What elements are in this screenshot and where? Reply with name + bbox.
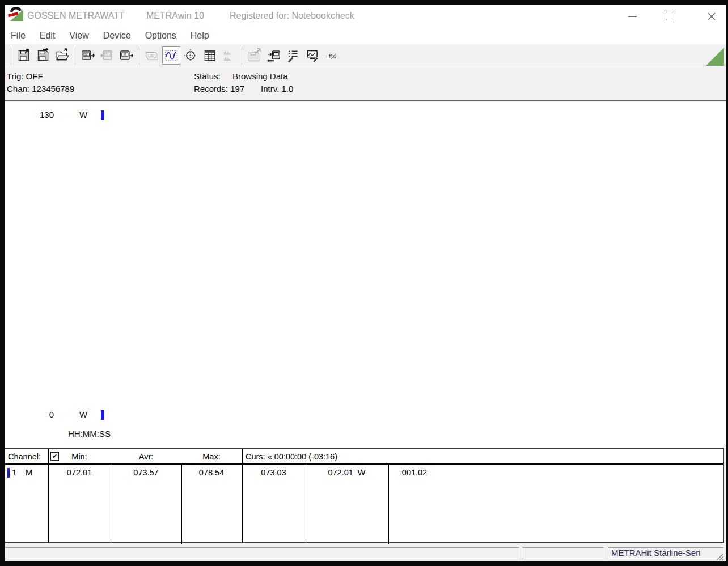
toolbar-yt-chart-button[interactable] [162,46,180,65]
col-header-min: Min: [48,452,111,461]
interval-text: Intrv. 1.0 [261,84,293,93]
col-header-max: Max: [181,452,242,461]
toolbar-device-read-button[interactable]: 321 [79,46,97,65]
measurement-table: Channel: ✔ Min: Avr: Max: Curs: « 00:00:… [5,448,724,543]
col-header-avr: Avr: [111,452,181,461]
table-divider [48,449,49,542]
maximize-icon [666,12,674,20]
toolbar-formula-button[interactable]: =f(x) [323,46,341,65]
menu-view[interactable]: View [67,29,90,42]
toolbar-separator [11,47,11,64]
toolbar-device-send-button[interactable] [265,46,283,65]
svg-text:M: M [124,52,126,56]
export-icon [247,48,262,63]
statusbar-message-panel [6,547,519,559]
trigger-status-text: Trig: OFF [7,71,43,81]
status-bar: METRAHit Starline-Seri [5,545,726,561]
toolbar: 321321M1257=f(x) [5,44,726,67]
statistics-icon [222,48,236,63]
display-config-icon [305,48,320,63]
max-value: 078.54 [181,468,242,477]
title-bar: GOSSEN METRAWATT METRAwin 10 Registered … [5,5,726,27]
toolbar-memory-read-button[interactable]: M [117,46,136,65]
minimize-button[interactable] [628,12,637,20]
registered-for-text: Registered for: Notebookcheck [230,5,354,27]
brand-name: GOSSEN METRAWATT [27,5,125,27]
toolbar-data-table-button[interactable] [201,46,219,65]
menu-edit[interactable]: Edit [38,29,57,42]
col-header-cursor: Curs: « 00:00:00 (-03:16) [246,452,337,461]
cursor-a-value: 073.03 [242,468,306,477]
toolbar-separator [75,47,75,64]
menu-help[interactable]: Help [189,29,211,42]
status-value: Browsing Data [232,71,288,81]
toolbar-display-config-button[interactable] [303,46,321,65]
statusbar-device-panel: METRAHit Starline-Seri [608,547,724,559]
cursor-delta-value: -001.02 [399,468,427,477]
menu-options[interactable]: Options [143,29,178,42]
toolbar-statistics-button[interactable] [220,46,238,65]
toolbar-open-button[interactable] [53,46,71,65]
svg-text:1257: 1257 [148,54,155,57]
application-window: GOSSEN METRAWATT METRAwin 10 Registered … [0,0,728,566]
xy-chart-icon [183,48,198,63]
table-divider [388,463,389,544]
channel-number: 1 [12,468,16,477]
svg-text:321: 321 [105,53,110,56]
close-button[interactable] [707,12,717,20]
status-label: Status: [194,71,221,81]
channel-list-text: Chan: 123456789 [7,84,74,93]
toolbar-channel-config-button[interactable] [284,46,302,65]
device-send-icon [266,48,281,63]
channel-mode: M [26,468,32,477]
device-write-icon: 321 [100,48,115,63]
resize-grip[interactable] [714,551,725,561]
table-divider [242,449,243,542]
close-icon [707,12,716,21]
menu-device[interactable]: Device [101,29,133,42]
save-as-icon [36,48,50,63]
toolbar-xy-chart-button[interactable] [181,46,200,65]
formula-icon: =f(x) [324,48,339,63]
statusbar-aux-panel [523,547,604,559]
cursor-b-value: 072.01 W [306,468,388,477]
maximize-button[interactable] [666,12,675,20]
status-strip: Trig: OFF Chan: 123456789 Status: Browsi… [5,68,726,101]
device-read-icon: 321 [81,48,95,63]
connected-device-text: METRAHit Starline-Seri [608,548,723,558]
app-client-area: GOSSEN METRAWATT METRAwin 10 Registered … [5,5,726,561]
open-icon [55,48,70,63]
table-header-rule [5,463,723,465]
gossen-metrawatt-logo-icon [8,6,24,22]
toolbar-numeric-display-button[interactable]: 1257 [143,46,161,65]
menu-bar: File Edit View Device Options Help [5,27,726,44]
channel-config-icon [286,48,300,63]
col-header-channel: Channel: [8,452,41,461]
svg-text:=f(x): =f(x) [326,53,337,59]
min-value: 072.01 [48,468,111,477]
svg-text:321: 321 [84,53,89,56]
app-logo [8,6,24,22]
toolbar-separator [242,47,242,64]
minimize-icon [628,16,637,17]
avr-value: 073.57 [111,468,181,477]
memory-read-icon: M [119,48,134,63]
toolbar-export-button[interactable] [246,46,264,65]
app-title: METRAwin 10 [146,5,204,27]
channel-color-marker [7,468,10,478]
data-table-icon [202,48,217,63]
toolbar-device-write-button[interactable]: 321 [98,46,116,65]
save-icon [16,48,31,63]
toolbar-separator [139,47,139,64]
toolbar-save-button[interactable] [15,46,33,65]
numeric-display-icon: 1257 [145,48,159,63]
chart-plot[interactable] [5,102,726,448]
toolbar-save-as-button[interactable] [34,46,52,65]
menu-file[interactable]: File [9,29,27,42]
records-count-text: Records: 197 [194,84,244,93]
yt-chart-icon [164,48,179,63]
